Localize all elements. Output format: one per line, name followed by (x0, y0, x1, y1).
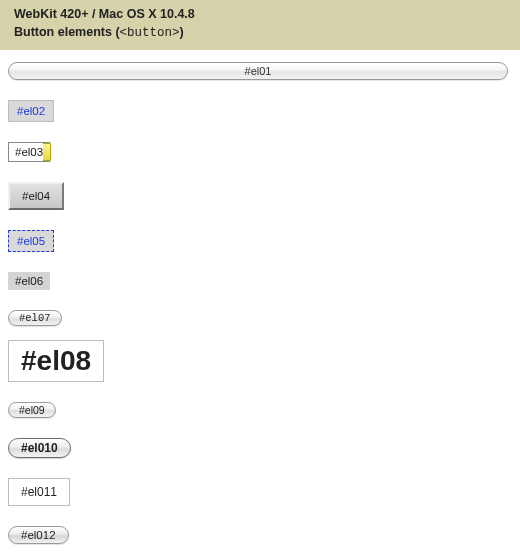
button-el05[interactable]: #el05 (8, 230, 54, 252)
button-el03-label: #el03 (15, 146, 43, 158)
button-el08-label: #el08 (21, 345, 91, 376)
button-el09-label: #el09 (19, 404, 45, 416)
button-el04[interactable]: #el04 (8, 182, 64, 210)
button-el05-label: #el05 (17, 235, 45, 247)
button-el02[interactable]: #el02 (8, 100, 54, 122)
header-line-1: WebKit 420+ / Mac OS X 10.4.8 (14, 6, 506, 24)
button-el06[interactable]: #el06 (8, 272, 50, 290)
button-el04-label: #el04 (22, 190, 50, 202)
button-el012-label: #el012 (21, 529, 56, 541)
button-el09[interactable]: #el09 (8, 402, 56, 418)
button-el08[interactable]: #el08 (8, 340, 104, 382)
header-bar: WebKit 420+ / Mac OS X 10.4.8 Button ele… (0, 0, 520, 50)
header-line-2: Button elements (<button>) (14, 24, 506, 43)
button-el010[interactable]: #el010 (8, 438, 71, 458)
button-el01-label: #el01 (245, 65, 272, 77)
button-el03[interactable]: #el03 (8, 142, 50, 162)
content-area: #el01 #el02 #el03 #el04 #el05 #el06 #el0… (0, 50, 520, 556)
header-line-2-tag: <button> (120, 26, 180, 40)
header-line-2-post: ) (180, 25, 184, 39)
button-el012[interactable]: #el012 (8, 526, 69, 544)
button-el01[interactable]: #el01 (8, 62, 508, 80)
button-el02-label: #el02 (17, 105, 45, 117)
button-el07-label: #el07 (19, 312, 51, 324)
button-el010-label: #el010 (21, 441, 58, 455)
button-el07[interactable]: #el07 (8, 310, 62, 326)
button-el011-label: #el011 (21, 485, 57, 499)
button-el06-label: #el06 (15, 275, 43, 287)
header-line-2-pre: Button elements ( (14, 25, 120, 39)
button-el011[interactable]: #el011 (8, 478, 70, 506)
